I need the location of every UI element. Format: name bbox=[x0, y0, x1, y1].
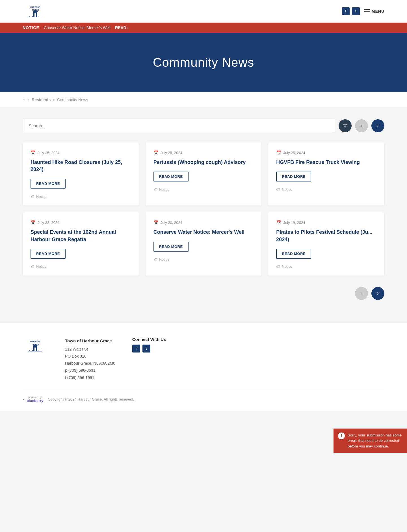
category-icon: 🏷 bbox=[31, 194, 34, 199]
main-content: ▽ ‹ › 📅 July 25, 2024 Haunted Hike Road … bbox=[0, 108, 407, 323]
card-date-text: July 25, 2024 bbox=[161, 151, 182, 155]
card-category-text: Notice bbox=[159, 187, 170, 192]
hamburger-icon bbox=[364, 9, 370, 13]
footer-facebook-icon[interactable]: f bbox=[132, 345, 140, 352]
card-date-text: July 19, 2024 bbox=[283, 220, 305, 225]
next-page-button-top[interactable]: › bbox=[371, 119, 384, 132]
calendar-icon: 📅 bbox=[276, 220, 281, 225]
footer-connect-title: Connect With Us bbox=[132, 337, 166, 342]
footer-top: HARBOUR GRACE Town of Harbour Grace 112 … bbox=[23, 337, 384, 381]
powered-label: ● bbox=[23, 398, 24, 401]
card-title-2: HGVFB Fire Rescue Truck Viewing bbox=[276, 159, 376, 166]
card-category-text: Notice bbox=[36, 264, 47, 269]
search-row: ▽ ‹ › bbox=[23, 119, 384, 132]
powered-by-label: powered by bbox=[28, 396, 42, 399]
prev-page-button-top[interactable]: ‹ bbox=[355, 119, 368, 132]
calendar-icon: 📅 bbox=[153, 220, 158, 225]
card-title-0: Haunted Hike Road Closures (July 25, 202… bbox=[31, 159, 131, 173]
search-input[interactable] bbox=[23, 119, 335, 132]
card-date-text: July 20, 2024 bbox=[161, 220, 182, 225]
chevron-icon-2: » bbox=[53, 98, 55, 102]
read-more-button-0[interactable]: READ MORE bbox=[31, 179, 66, 189]
category-icon: 🏷 bbox=[276, 187, 280, 192]
header-right: f t MENU bbox=[342, 7, 384, 15]
next-icon: › bbox=[377, 123, 379, 129]
header-social-icons: f t bbox=[342, 7, 360, 15]
card-category-text: Notice bbox=[282, 264, 292, 269]
svg-rect-5 bbox=[34, 13, 36, 17]
twitter-icon[interactable]: t bbox=[352, 7, 360, 15]
breadcrumb-residents[interactable]: Residents bbox=[32, 98, 51, 102]
breadcrumb: ⌂ » Residents » Community News bbox=[0, 92, 407, 108]
page-title: Community News bbox=[23, 55, 384, 70]
footer-bottom: ● powered by blueberry Copyright © 2024 … bbox=[23, 390, 384, 403]
header: HARBOUR GRACE f t MENU bbox=[0, 0, 407, 23]
footer-address-line1: 112 Water St bbox=[65, 346, 115, 353]
menu-button[interactable]: MENU bbox=[364, 9, 384, 14]
card-date-0: 📅 July 25, 2024 bbox=[31, 150, 131, 155]
card-category-text: Notice bbox=[282, 187, 292, 192]
calendar-icon: 📅 bbox=[31, 220, 35, 225]
footer-address: Town of Harbour Grace 112 Water St PO Bo… bbox=[65, 337, 115, 381]
notice-label: NOTICE bbox=[23, 25, 39, 30]
menu-label: MENU bbox=[372, 9, 384, 14]
card-date-1: 📅 July 25, 2024 bbox=[153, 150, 254, 155]
card-category-text: Notice bbox=[159, 257, 170, 261]
calendar-icon: 📅 bbox=[276, 150, 281, 155]
category-icon: 🏷 bbox=[153, 187, 157, 192]
hero-section: Community News bbox=[0, 33, 407, 92]
footer-logo: HARBOUR GRACE bbox=[23, 337, 48, 381]
facebook-icon[interactable]: f bbox=[342, 7, 350, 15]
blueberry-logo: powered by blueberry bbox=[27, 396, 43, 403]
news-card: 📅 July 22, 2024 Special Events at the 16… bbox=[23, 212, 139, 275]
copyright-text: Copyright © 2024 Harbour Grace. All righ… bbox=[48, 397, 134, 401]
footer-connect: Connect With Us f t bbox=[132, 337, 166, 381]
next-page-button-bottom[interactable]: › bbox=[371, 287, 384, 300]
footer: HARBOUR GRACE Town of Harbour Grace 112 … bbox=[0, 323, 407, 411]
news-card: 📅 July 20, 2024 Conserve Water Notice: M… bbox=[146, 212, 262, 275]
news-card: 📅 July 25, 2024 Pertussis (Whooping coug… bbox=[146, 142, 262, 206]
card-date-4: 📅 July 20, 2024 bbox=[153, 220, 254, 225]
read-more-button-4[interactable]: READ MORE bbox=[153, 242, 189, 252]
footer-fax: f (709) 596-1991 bbox=[65, 374, 115, 381]
card-date-2: 📅 July 25, 2024 bbox=[276, 150, 376, 155]
bottom-nav: ‹ › bbox=[23, 287, 384, 306]
chevron-icon-1: » bbox=[28, 98, 30, 102]
read-more-button-1[interactable]: READ MORE bbox=[153, 172, 189, 181]
next-icon-bottom: › bbox=[377, 290, 379, 296]
notice-text: Conserve Water Notice: Mercer's Well bbox=[44, 25, 111, 30]
notice-bar: NOTICE Conserve Water Notice: Mercer's W… bbox=[0, 23, 407, 33]
footer-address-line3: Harbour Grace, NL A0A 2M0 bbox=[65, 360, 115, 367]
breadcrumb-current: Community News bbox=[57, 98, 88, 102]
card-category-4: 🏷 Notice bbox=[153, 257, 254, 262]
card-category-0: 🏷 Notice bbox=[31, 194, 131, 199]
filter-button[interactable]: ▽ bbox=[339, 119, 352, 132]
logo[interactable]: HARBOUR GRACE bbox=[23, 3, 48, 19]
footer-twitter-icon[interactable]: t bbox=[142, 345, 150, 352]
read-more-button-2[interactable]: READ MORE bbox=[276, 172, 311, 181]
news-card: 📅 July 25, 2024 HGVFB Fire Rescue Truck … bbox=[268, 142, 384, 206]
category-icon: 🏷 bbox=[153, 257, 157, 262]
footer-address-line2: PO Box 310 bbox=[65, 353, 115, 360]
card-title-4: Conserve Water Notice: Mercer's Well bbox=[153, 229, 254, 236]
home-icon[interactable]: ⌂ bbox=[23, 97, 25, 102]
card-title-3: Special Events at the 162nd Annual Harbo… bbox=[31, 229, 131, 243]
category-icon: 🏷 bbox=[276, 264, 280, 269]
card-date-text: July 25, 2024 bbox=[38, 151, 59, 155]
calendar-icon: 📅 bbox=[153, 150, 158, 155]
notice-read-link[interactable]: READ › bbox=[115, 25, 129, 30]
news-grid: 📅 July 25, 2024 Haunted Hike Road Closur… bbox=[23, 142, 384, 276]
news-card: 📅 July 19, 2024 Pirates to Pilots Festiv… bbox=[268, 212, 384, 275]
card-category-2: 🏷 Notice bbox=[276, 187, 376, 192]
card-category-1: 🏷 Notice bbox=[153, 187, 254, 192]
card-category-5: 🏷 Notice bbox=[276, 264, 376, 269]
prev-page-button-bottom[interactable]: ‹ bbox=[355, 287, 368, 300]
read-more-button-5[interactable]: READ MORE bbox=[276, 249, 311, 259]
filter-icon: ▽ bbox=[343, 123, 347, 128]
read-more-button-3[interactable]: READ MORE bbox=[31, 249, 66, 259]
card-title-5: Pirates to Pilots Festival Schedule (Ju.… bbox=[276, 229, 376, 243]
card-category-3: 🏷 Notice bbox=[31, 264, 131, 269]
svg-text:HARBOUR: HARBOUR bbox=[30, 6, 40, 8]
calendar-icon: 📅 bbox=[31, 150, 35, 155]
footer-address-title: Town of Harbour Grace bbox=[65, 337, 115, 345]
